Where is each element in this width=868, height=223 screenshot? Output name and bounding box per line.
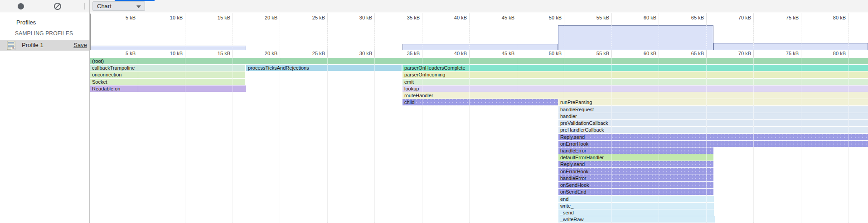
overview-gridline-dash xyxy=(753,23,754,50)
overview-bottom-border xyxy=(90,50,868,50)
flamechart-tick-label: 50 kB xyxy=(535,51,562,56)
flamechart-gridline-highlight xyxy=(611,57,612,223)
overview-tick-label: 50 kB xyxy=(535,15,562,20)
overview-selection-handle[interactable] xyxy=(90,14,91,50)
overview-area-step xyxy=(90,46,246,50)
overview-gridline-dash xyxy=(327,23,328,50)
save-link[interactable]: Save xyxy=(73,42,87,48)
sampling-profiles-heading: SAMPLING PROFILES xyxy=(15,30,73,37)
overview-tick-label: 80 kB xyxy=(820,15,846,20)
flamechart-gridline-highlight xyxy=(280,57,280,223)
flame-bar[interactable]: (root) xyxy=(90,58,868,64)
flame-bar[interactable]: handleError xyxy=(558,147,713,154)
flamechart-tick-label: 40 kB xyxy=(441,51,467,56)
flamechart-tick-label: 80 kB xyxy=(820,51,846,56)
sidebar-divider[interactable] xyxy=(89,0,90,223)
flamechart-gridline-highlight xyxy=(753,57,754,223)
flamechart-tick-label: 35 kB xyxy=(393,51,420,56)
sidebar-item-profile-1[interactable]: % Profile 1 Save xyxy=(0,40,89,51)
flame-bar[interactable]: callbackTrampoline xyxy=(90,65,245,71)
toolbar-divider xyxy=(84,3,85,9)
flamechart-gridline-highlight xyxy=(469,57,470,223)
flame-bar[interactable]: onSendHook xyxy=(558,182,713,188)
flame-bar[interactable]: lookup xyxy=(402,85,868,92)
flamechart-gridline-highlight xyxy=(185,57,185,223)
overview-gridline-dash xyxy=(517,23,517,50)
overview-gridline-dash xyxy=(564,23,564,50)
view-mode-select[interactable]: Chart xyxy=(92,1,145,11)
flame-bar[interactable]: processTicksAndRejections xyxy=(246,65,402,71)
flame-bar[interactable]: onErrorHook xyxy=(558,141,868,147)
overview-gridline-dash xyxy=(469,23,470,50)
flame-bar[interactable]: Socket xyxy=(90,79,245,85)
overview-gridline-dash xyxy=(233,23,233,50)
clear-icon[interactable] xyxy=(54,3,61,10)
flame-bar[interactable]: preValidationCallback xyxy=(558,120,868,126)
overview-tick-label: 65 kB xyxy=(678,15,704,20)
flamechart-gridline-highlight xyxy=(138,57,138,223)
overview-area-step xyxy=(713,43,868,50)
flamechart-gridline-highlight xyxy=(422,57,422,223)
flamechart-gridline-highlight xyxy=(517,57,517,223)
overview-tick-label: 25 kB xyxy=(299,15,325,20)
overview-tick-label: 5 kB xyxy=(109,15,136,20)
flame-bar[interactable]: preHandlerCallback xyxy=(558,127,868,133)
flame-bar[interactable]: _writeRaw xyxy=(558,216,715,223)
flame-bar[interactable]: onconnection xyxy=(90,71,245,78)
flamechart-tick-label: 30 kB xyxy=(346,51,372,56)
record-icon[interactable] xyxy=(18,3,24,9)
overview-tick-label: 60 kB xyxy=(630,15,656,20)
overview-tick-label: 70 kB xyxy=(725,15,751,20)
flame-bar[interactable]: Readable.on xyxy=(90,85,246,92)
flame-bar[interactable]: emit xyxy=(402,79,868,85)
flame-bar[interactable]: onSendEnd xyxy=(558,189,713,195)
flame-bar[interactable]: handleRequest xyxy=(558,106,868,113)
flame-bar[interactable]: runPreParsing xyxy=(558,99,868,105)
flamechart-gridline-highlight xyxy=(848,57,849,223)
flame-bar[interactable]: _send xyxy=(558,209,714,216)
svg-text:%: % xyxy=(12,47,15,50)
flamechart-tick-label: 70 kB xyxy=(725,51,751,56)
flamechart-tick-label: 20 kB xyxy=(251,51,277,56)
overview-gridline-dash xyxy=(280,23,280,50)
flame-bar[interactable]: routeHandler xyxy=(402,92,868,99)
flame-bar[interactable]: handler xyxy=(558,113,868,119)
flame-bar[interactable]: end xyxy=(558,196,714,202)
flame-bar[interactable]: child xyxy=(402,99,558,105)
flamechart-gridline-highlight xyxy=(327,57,328,223)
overview-tick-label: 40 kB xyxy=(441,15,467,20)
flame-bar[interactable]: defaultErrorHandler xyxy=(558,154,713,161)
profile-icon: % xyxy=(7,41,16,52)
flamechart-tick-label: 10 kB xyxy=(156,51,183,56)
flame-bar[interactable]: onErrorHook xyxy=(558,168,713,175)
overview-gridline-dash xyxy=(611,23,612,50)
flame-bar[interactable]: handleError xyxy=(558,175,713,181)
overview-gridline-dash xyxy=(848,23,849,50)
overview-tick-label: 20 kB xyxy=(251,15,277,20)
overview-tick-label: 75 kB xyxy=(772,15,799,20)
overview-gridline-dash xyxy=(422,23,422,50)
overview-area-step xyxy=(402,44,558,50)
flamechart-tick-label: 45 kB xyxy=(488,51,514,56)
flamechart-gridline-highlight xyxy=(801,57,801,223)
flamechart-gridline-highlight xyxy=(233,57,233,223)
active-tab-indicator xyxy=(115,0,155,1)
overview-gridline-dash xyxy=(706,23,707,50)
flamechart-tick-label: 55 kB xyxy=(583,51,609,56)
flamechart-gridline-highlight xyxy=(564,57,564,223)
memory-profiler-panel: Chart Profiles SAMPLING PROFILES % xyxy=(0,0,868,223)
flame-bar[interactable]: Reply.send xyxy=(558,134,868,140)
flamechart-gridline-highlight xyxy=(706,57,707,223)
overview-tick-label: 55 kB xyxy=(583,15,609,20)
overview-gridline-dash xyxy=(801,23,801,50)
profiles-heading: Profiles xyxy=(16,19,36,26)
flamechart-tick-label: 75 kB xyxy=(772,51,799,56)
flame-bar[interactable]: parserOnHeadersComplete xyxy=(402,65,868,71)
flame-bar[interactable]: Reply.send xyxy=(558,161,713,167)
flame-bar[interactable]: parserOnIncoming xyxy=(402,71,868,78)
flame-bar[interactable]: write_ xyxy=(558,203,714,209)
overview-gridline-dash xyxy=(185,23,185,50)
overview-tick-label: 10 kB xyxy=(156,15,183,20)
flamechart-tick-label: 65 kB xyxy=(678,51,704,56)
flamechart-tick-label: 60 kB xyxy=(630,51,656,56)
